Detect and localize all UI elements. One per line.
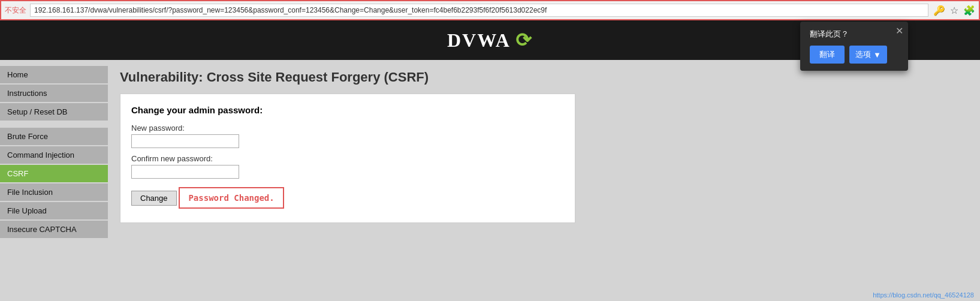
sidebar-item-insecure-captcha[interactable]: Insecure CAPTCHA	[0, 221, 108, 238]
bottom-link-hint: https://blog.csdn.net/qq_46524128	[873, 291, 974, 299]
new-password-label: New password:	[131, 124, 564, 133]
translate-popup-buttons: 翻译 选项 ▼	[810, 46, 898, 64]
success-box: Password Changed.	[179, 187, 284, 209]
translate-button[interactable]: 翻译	[810, 46, 845, 64]
address-bar[interactable]	[30, 4, 928, 17]
dvwa-logo-text: DVWA	[447, 29, 509, 51]
sidebar: Home Instructions Setup / Reset DB Brute…	[0, 60, 108, 276]
close-translate-button[interactable]: ✕	[895, 25, 903, 37]
sidebar-item-csrf[interactable]: CSRF	[0, 165, 108, 182]
translate-popup: ✕ 翻译此页？ 翻译 选项 ▼	[800, 22, 908, 71]
options-button[interactable]: 选项 ▼	[849, 46, 887, 64]
page-title: Vulnerability: Cross Site Request Forger…	[120, 70, 968, 85]
insecure-label: 不安全	[5, 5, 26, 16]
page-layout: Home Instructions Setup / Reset DB Brute…	[0, 60, 980, 276]
extension-icon[interactable]: 🧩	[963, 5, 975, 16]
translate-popup-title: 翻译此页？	[810, 29, 898, 40]
sidebar-item-command-injection[interactable]: Command Injection	[0, 146, 108, 164]
confirm-password-input[interactable]	[131, 165, 239, 179]
form-title: Change your admin password:	[131, 105, 564, 115]
dvwa-swirl: ⟳	[515, 29, 533, 52]
new-password-group: New password:	[131, 124, 564, 148]
sidebar-item-setup-reset[interactable]: Setup / Reset DB	[0, 103, 108, 121]
sidebar-item-home[interactable]: Home	[0, 66, 108, 83]
new-password-input[interactable]	[131, 134, 239, 148]
key-icon[interactable]: 🔑	[933, 5, 945, 16]
success-message: Password Changed.	[188, 193, 274, 203]
confirm-password-group: Confirm new password:	[131, 154, 564, 179]
sidebar-item-instructions[interactable]: Instructions	[0, 85, 108, 102]
change-button[interactable]: Change	[131, 191, 177, 206]
content-box: Change your admin password: New password…	[120, 94, 575, 223]
star-icon[interactable]: ☆	[950, 5, 958, 16]
address-bar-row: 不安全 🔑 ☆ 🧩	[0, 0, 980, 20]
sidebar-item-file-upload[interactable]: File Upload	[0, 202, 108, 219]
sidebar-item-file-inclusion[interactable]: File Inclusion	[0, 183, 108, 201]
sidebar-item-brute-force[interactable]: Brute Force	[0, 128, 108, 145]
main-content: Vulnerability: Cross Site Request Forger…	[108, 60, 980, 276]
confirm-password-label: Confirm new password:	[131, 154, 564, 163]
